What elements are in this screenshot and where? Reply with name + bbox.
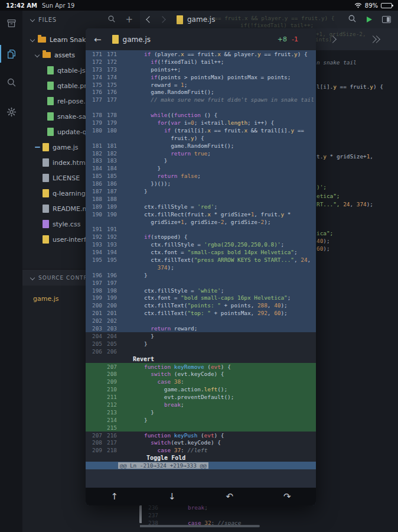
code-line: 184184 } [86,164,316,172]
code-text: })()); [117,180,171,187]
files-icon[interactable] [0,45,22,63]
tree-item-label: q-learning.j [53,190,89,197]
line-number-old: 201 [92,310,102,316]
line-number-new: 174 [102,74,117,80]
code-line: 207function keyRemove (evt) { [86,363,316,371]
diff-panel: ← game.js +8 -1 171171if (player.x == fr… [86,28,316,505]
redo-icon[interactable]: ↷ [283,492,291,501]
run-play-icon[interactable] [367,17,372,22]
scroll-down-icon[interactable]: ↓ [168,492,176,501]
background-code-fragment: ica"; [317,230,333,236]
settings-gear-icon[interactable] [0,103,22,121]
hunk-range-text: @@ Ln -210→324 +219→333 @@ [118,462,208,469]
line-number-new: 209 [102,378,117,385]
code-text: } [117,417,148,423]
code-line: 179179 for(var i=0; i<trail.length; i++)… [86,119,316,126]
code-line: 172172 if(!fixedTail) tail++; [86,58,316,66]
code-line: 189189ctx.fillStyle = 'red'; [86,203,316,210]
line-number-old: 173 [92,66,102,73]
code-text: } [117,157,168,164]
deletions-count: -1 [292,35,298,43]
code-line: 212 break; [86,401,316,408]
activity-bar [0,11,22,532]
line-number-old: 206 [92,348,102,355]
code-line: 175175 reward = 1; [86,81,316,89]
line-number-new: 195 [102,257,117,263]
chevron-down-icon [27,38,38,41]
horizontal-scrollbar[interactable] [140,525,260,527]
code-text: gridSize+1, gridSize-2, gridSize-2); [117,219,271,225]
background-code: 236break;237238case 32: //space [140,504,398,527]
gutter-change-bar [140,505,142,523]
code-line: 196196} [86,271,316,279]
scroll-up-icon[interactable]: ↑ [110,492,118,501]
ghost-code-text: if(!fixedTail) tail++; [240,22,314,28]
tree-item-label: style.css [53,220,80,228]
code-text: return true; [117,150,211,157]
diff-action-toggle-fold[interactable]: Toggle Fold [86,454,316,462]
chevron-down-icon [32,53,43,57]
file-icon [47,66,54,74]
undo-icon[interactable]: ↶ [226,492,233,501]
tree-item-label: index.html [53,159,87,167]
tree-item-label: game.js [53,144,79,151]
line-number-old: 186 [92,180,102,187]
file-icon [43,158,49,167]
line-number-old: 185 [92,173,102,179]
chevron-down-icon[interactable] [30,17,35,22]
code-text: } [117,272,148,278]
tree-item-label: rel-pose.p [57,98,90,105]
line-number-old: 209 [92,447,102,453]
line-number-new: 185 [102,173,117,179]
file-icon [43,235,49,244]
line-number-new: 186 [102,180,117,187]
code-text: for(var i=0; i<trail.length; i++) { [117,119,274,126]
file-icon [47,97,54,105]
editor-search-icon[interactable] [348,14,357,25]
line-number-old: 175 [92,82,102,88]
line-number-old: 207 [92,432,102,439]
line-number-new: 213 [102,409,117,416]
code-line: 214} [86,416,316,424]
code-line: 204204 } [86,332,316,340]
split-editor-icon[interactable] [382,16,391,23]
diff-header: ← game.js +8 -1 [86,28,316,50]
search-files-icon[interactable] [107,14,116,25]
code-text: return reward; [117,325,197,332]
line-number-old: 183 [92,157,102,164]
ghost-code-text: x == fruit.x && player.y == fruit.y) { [208,15,334,21]
line-number-old: 177 [92,96,102,103]
line-number-new: 203 [102,325,117,332]
code-text: } [117,188,148,194]
code-text: if (player.x == fruit.x && player.y == f… [117,51,308,57]
code-line: 205205} [86,340,316,348]
hunk-header[interactable]: @@ Ln -210→324 +219→333 @@ [86,462,316,469]
modified-indicator [32,147,43,148]
search-icon[interactable] [0,73,22,91]
code-text: ctx.fillText("press ARROW KEYS to START.… [117,257,311,263]
line-number-old: 180 [92,127,102,134]
tree-item-label: assets [54,51,75,59]
file-icon [43,143,49,151]
line-number-old: 204 [92,333,102,339]
battery-icon [381,3,392,8]
tree-item-label: README.m [53,205,89,213]
folder-icon [43,52,51,58]
line-number-old: 176 [92,89,102,95]
code-text: game.RandomFruit(); [117,89,214,95]
line-number-new: 204 [102,333,117,339]
back-arrow-icon[interactable]: ← [94,34,102,45]
line-number-new: 177 [102,96,117,103]
line-number-old: 189 [92,203,102,210]
line-number-new: 171 [102,51,117,57]
navigate-back-icon[interactable] [146,16,152,22]
navigate-forward-icon[interactable] [159,16,165,22]
line-number-old: 192 [92,233,102,240]
code-text: ctx.fillStyle = 'red'; [117,203,217,210]
line-number-new: 211 [102,394,117,400]
code-line: 176176 game.RandomFruit(); [86,88,316,96]
code-line: 203203 return reward; [86,325,316,332]
new-file-icon[interactable]: + [125,15,133,24]
diff-action-revert[interactable]: Revert [86,355,316,363]
archive-box-icon[interactable] [0,14,22,32]
